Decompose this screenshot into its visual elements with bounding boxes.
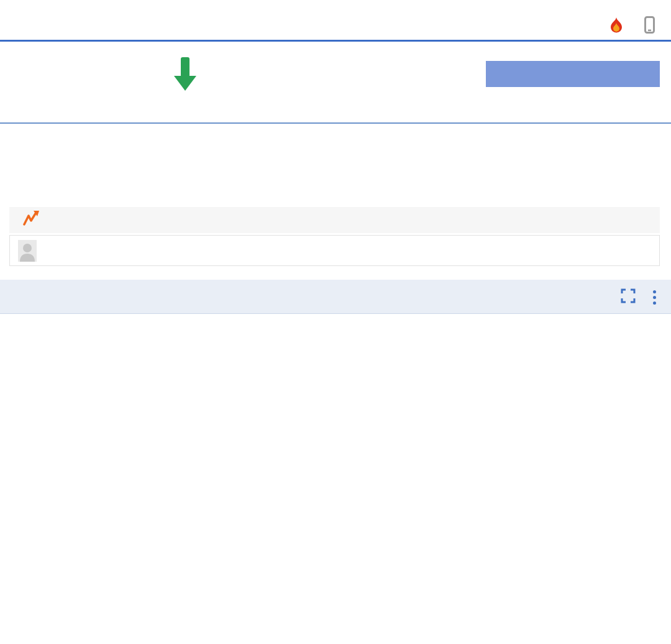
reverse-rate-button[interactable]: [486, 61, 660, 87]
price-section: [9, 51, 660, 101]
mobile-quote-link[interactable]: [644, 16, 660, 37]
quote-header: [9, 7, 660, 39]
price-down-arrow-icon: [172, 57, 198, 94]
fullscreen-icon[interactable]: [621, 288, 636, 306]
ohlc-info-line: [14, 318, 21, 331]
advisor-header: [9, 207, 660, 233]
avatar: [18, 240, 37, 262]
more-options-icon[interactable]: [653, 290, 656, 305]
advisor-message-box[interactable]: [9, 235, 660, 266]
phone-icon: [644, 16, 655, 37]
candlestick-chart[interactable]: [0, 345, 671, 631]
add-watchlist-link[interactable]: [609, 17, 628, 36]
title-underline: [0, 40, 671, 42]
zigzag-arrow-icon: [23, 209, 39, 231]
audcny-quote-page: [0, 0, 671, 644]
period-tabbar: [0, 280, 671, 314]
stats-divider: [0, 122, 671, 124]
flame-icon: [609, 17, 623, 36]
macd-row-clipped: [0, 639, 671, 644]
